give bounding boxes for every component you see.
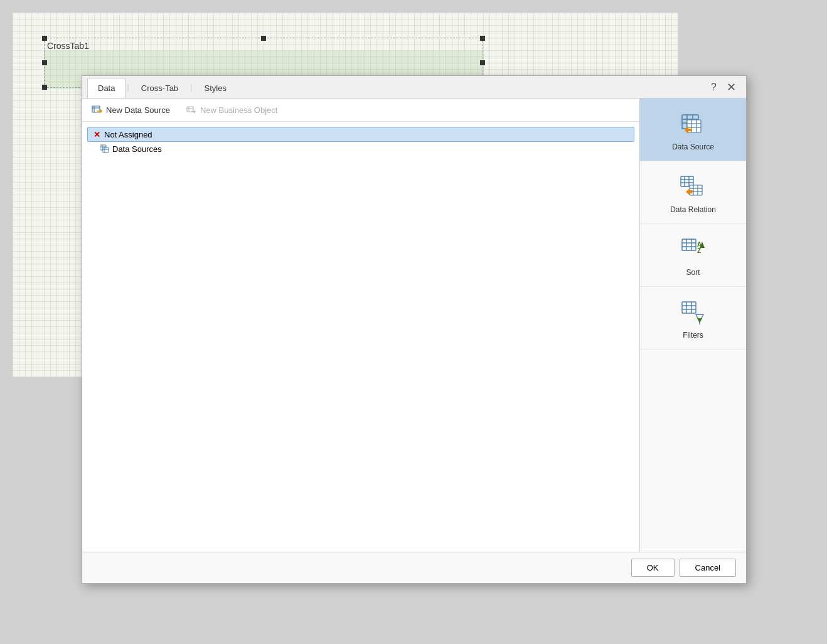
sidebar-item-filters[interactable]: Filters bbox=[640, 287, 746, 350]
not-assigned-icon: ✕ bbox=[92, 129, 102, 139]
sidebar-item-data-source[interactable]: Data Source bbox=[640, 99, 746, 161]
dialog-main: New Data Source New Business Object bbox=[82, 99, 639, 552]
svg-marker-8 bbox=[194, 110, 196, 114]
dialog-content: ✕ Not Assigned bbox=[82, 122, 639, 552]
new-business-object-button[interactable]: New Business Object bbox=[183, 102, 280, 117]
svg-marker-3 bbox=[100, 109, 102, 113]
svg-marker-53 bbox=[697, 318, 702, 323]
crosstab-label: CrossTab1 bbox=[47, 41, 89, 51]
sidebar-filters-label: Filters bbox=[683, 331, 703, 340]
svg-rect-32 bbox=[690, 185, 702, 195]
dialog-body: New Data Source New Business Object bbox=[82, 99, 746, 552]
handle-mr[interactable] bbox=[480, 60, 485, 65]
new-data-source-icon bbox=[91, 104, 104, 116]
ok-button[interactable]: OK bbox=[631, 559, 675, 577]
not-assigned-label: Not Assigned bbox=[104, 130, 152, 139]
data-sources-icon bbox=[100, 144, 110, 154]
data-source-icon bbox=[678, 109, 708, 139]
svg-text:Z: Z bbox=[697, 247, 701, 254]
handle-tm[interactable] bbox=[261, 36, 266, 41]
sidebar-item-sort[interactable]: A Z Sort bbox=[640, 224, 746, 287]
help-button[interactable]: ? bbox=[706, 79, 722, 95]
tab-sep-1: | bbox=[125, 82, 130, 92]
filters-icon bbox=[678, 297, 708, 327]
dialog-tabs: Data | Cross-Tab | Styles ? ✕ bbox=[82, 76, 746, 99]
dialog-sidebar: Data Source bbox=[639, 99, 746, 552]
tab-data[interactable]: Data bbox=[87, 78, 125, 98]
cancel-button[interactable]: Cancel bbox=[680, 559, 736, 577]
sidebar-data-relation-label: Data Relation bbox=[670, 205, 716, 214]
sidebar-item-data-relation[interactable]: Data Relation bbox=[640, 161, 746, 224]
new-data-source-label: New Data Source bbox=[106, 105, 170, 115]
svg-rect-13 bbox=[103, 148, 109, 153]
svg-rect-46 bbox=[682, 302, 696, 313]
sidebar-sort-label: Sort bbox=[686, 268, 700, 277]
close-button[interactable]: ✕ bbox=[722, 78, 741, 97]
tab-cross-tab[interactable]: Cross-Tab bbox=[131, 78, 189, 98]
new-business-object-icon bbox=[185, 104, 198, 116]
tab-styles[interactable]: Styles bbox=[194, 78, 237, 98]
sidebar-data-source-label: Data Source bbox=[672, 142, 714, 151]
tree-item-not-assigned[interactable]: ✕ Not Assigned bbox=[87, 127, 634, 142]
handle-tl[interactable] bbox=[42, 36, 47, 41]
handle-bl[interactable] bbox=[42, 85, 47, 90]
new-business-object-label: New Business Object bbox=[200, 105, 278, 115]
dialog: Data | Cross-Tab | Styles ? ✕ bbox=[82, 75, 747, 584]
dialog-footer: OK Cancel bbox=[82, 552, 746, 583]
sort-icon: A Z bbox=[678, 234, 708, 264]
data-sources-label: Data Sources bbox=[112, 144, 162, 154]
svg-rect-38 bbox=[682, 239, 696, 250]
svg-rect-5 bbox=[187, 107, 193, 112]
handle-tr[interactable] bbox=[480, 36, 485, 41]
dialog-toolbar: New Data Source New Business Object bbox=[82, 99, 639, 122]
tab-sep-2: | bbox=[189, 82, 193, 92]
new-data-source-button[interactable]: New Data Source bbox=[88, 102, 173, 117]
data-relation-icon bbox=[678, 171, 708, 201]
tree-item-data-sources[interactable]: Data Sources bbox=[87, 142, 634, 156]
handle-ml[interactable] bbox=[42, 60, 47, 65]
